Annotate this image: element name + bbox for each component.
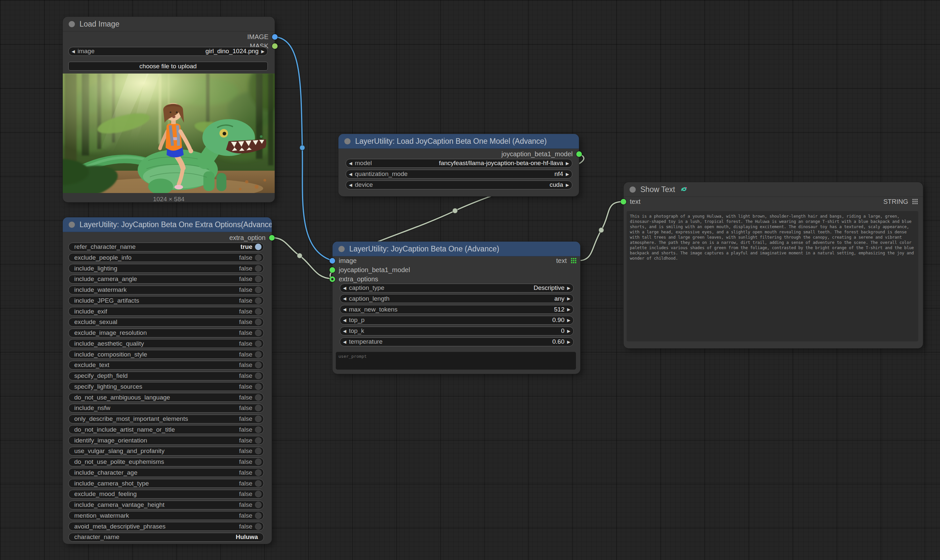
increment-arrow-icon[interactable]: ▶ <box>567 329 570 333</box>
widget-include_character_age[interactable]: include_character_agefalse <box>68 468 264 477</box>
widget-exclude_people_info[interactable]: exclude_people_infofalse <box>68 253 264 262</box>
widget-mention_watermark[interactable]: mention_watermarkfalse <box>68 511 264 520</box>
toggle-dot-icon[interactable] <box>255 415 262 422</box>
port-text-input[interactable]: text <box>620 197 641 206</box>
widget-caption_type[interactable]: ◀caption_typeDescriptive▶ <box>340 284 574 292</box>
toggle-dot-icon[interactable] <box>255 480 262 487</box>
text-input-dot-icon[interactable] <box>620 199 626 205</box>
widget-include_composition_style[interactable]: include_composition_stylefalse <box>68 350 264 359</box>
toggle-dot-icon[interactable] <box>255 394 262 401</box>
decrement-arrow-icon[interactable]: ◀ <box>343 296 346 301</box>
widget-exclude_mood_feeling[interactable]: exclude_mood_feelingfalse <box>68 490 264 498</box>
toggle-dot-icon[interactable] <box>255 372 262 379</box>
toggle-dot-icon[interactable] <box>255 469 262 476</box>
toggle-dot-icon[interactable] <box>255 448 262 454</box>
widget-temperature[interactable]: ◀temperature0.60▶ <box>340 337 574 346</box>
widget-include_JPEG_artifacts[interactable]: include_JPEG_artifactsfalse <box>68 296 264 305</box>
node-show-text[interactable]: Show Text text STRING This is a photogra… <box>624 182 923 348</box>
toggle-dot-icon[interactable] <box>255 405 262 411</box>
toggle-dot-icon[interactable] <box>255 297 262 304</box>
decrement-arrow-icon[interactable]: ◀ <box>349 183 352 187</box>
widget-do_not_use_ambiguous_language[interactable]: do_not_use_ambiguous_languagefalse <box>68 393 264 402</box>
widget-specify_depth_field[interactable]: specify_depth_fieldfalse <box>68 372 264 380</box>
widget-exclude_image_resolution[interactable]: exclude_image_resolutionfalse <box>68 329 264 337</box>
widget-specify_lighting_sources[interactable]: specify_lighting_sourcesfalse <box>68 382 264 391</box>
decrement-arrow-icon[interactable]: ◀ <box>349 172 352 176</box>
toggle-dot-icon[interactable] <box>255 243 262 250</box>
caption-output-textarea[interactable]: This is a photograph of a young Huluwa, … <box>627 211 918 342</box>
increment-arrow-icon[interactable]: ▶ <box>567 286 570 290</box>
node-collapse-dot[interactable] <box>630 186 636 193</box>
widget-max_new_tokens[interactable]: ◀max_new_tokens512▶ <box>340 305 574 314</box>
widget-do_not_include_artist_name_or_title[interactable]: do_not_include_artist_name_or_titlefalse <box>68 425 264 434</box>
increment-arrow-icon[interactable]: ▶ <box>566 161 569 165</box>
node-load-image[interactable]: Load Image IMAGE MASK ◀imagegirl_dino_10… <box>63 17 275 202</box>
widget-only_describe_most_important_elements[interactable]: only_describe_most_important_elementsfal… <box>68 415 264 423</box>
node-joycaption-extra-options[interactable]: LayerUtility: JoyCaption Beta One Extra … <box>63 217 272 544</box>
toggle-dot-icon[interactable] <box>255 437 262 444</box>
toggle-dot-icon[interactable] <box>255 265 262 272</box>
node-joycaption-advance[interactable]: LayerUtility: JoyCaption Beta One (Advan… <box>332 242 580 374</box>
toggle-dot-icon[interactable] <box>255 329 262 336</box>
decrement-arrow-icon[interactable]: ◀ <box>343 307 346 312</box>
toggle-dot-icon[interactable] <box>255 523 262 530</box>
widget-avoid_meta_descriptive_phrases[interactable]: avoid_meta_descriptive_phrasesfalse <box>68 522 264 531</box>
increment-arrow-icon[interactable]: ▶ <box>261 49 264 54</box>
widget-include_camera_angle[interactable]: include_camera_anglefalse <box>68 275 264 284</box>
increment-arrow-icon[interactable]: ▶ <box>567 307 570 312</box>
widget-include_exif[interactable]: include_exiffalse <box>68 307 264 316</box>
toggle-dot-icon[interactable] <box>255 491 262 497</box>
decrement-arrow-icon[interactable]: ◀ <box>72 49 75 54</box>
increment-arrow-icon[interactable]: ▶ <box>567 318 570 322</box>
toggle-dot-icon[interactable] <box>255 308 262 315</box>
toggle-dot-icon[interactable] <box>255 502 262 508</box>
widget-image-file[interactable]: ◀imagegirl_dino_1024.png▶ <box>68 47 268 56</box>
toggle-dot-icon[interactable] <box>255 254 262 261</box>
toggle-dot-icon[interactable] <box>255 319 262 325</box>
widget-include_lighting[interactable]: include_lightingfalse <box>68 264 264 273</box>
toggle-dot-icon[interactable] <box>255 458 262 465</box>
widget-do_not_use_polite_euphemisms[interactable]: do_not_use_polite_euphemismsfalse <box>68 458 264 466</box>
widget-refer_character_name[interactable]: refer_character_nametrue <box>68 243 264 251</box>
user-prompt-textarea[interactable]: user_prompt <box>336 352 576 369</box>
widget-model[interactable]: ◀modelfancyfeast/llama-joycaption-beta-o… <box>346 159 572 168</box>
widget-device[interactable]: ◀devicecuda▶ <box>346 180 572 189</box>
widget-include_watermark[interactable]: include_watermarkfalse <box>68 286 264 294</box>
toggle-dot-icon[interactable] <box>255 276 262 282</box>
choose-file-button[interactable]: choose file to upload <box>68 62 268 71</box>
string-output-grid-icon[interactable] <box>912 198 918 205</box>
widget-use_vulgar_slang_and_profanity[interactable]: use_vulgar_slang_and_profanityfalse <box>68 447 264 455</box>
toggle-dot-icon[interactable] <box>255 362 262 368</box>
widget-include_nsfw[interactable]: include_nsfwfalse <box>68 404 264 412</box>
decrement-arrow-icon[interactable]: ◀ <box>349 161 352 165</box>
widget-top_k[interactable]: ◀top_k0▶ <box>340 327 574 335</box>
widget-top_p[interactable]: ◀top_p0.90▶ <box>340 316 574 325</box>
increment-arrow-icon[interactable]: ▶ <box>567 340 570 344</box>
toggle-dot-icon[interactable] <box>255 351 262 358</box>
decrement-arrow-icon[interactable]: ◀ <box>343 329 346 333</box>
widget-caption_length[interactable]: ◀caption_lengthany▶ <box>340 294 574 303</box>
widget-quantization_mode[interactable]: ◀quantization_modenf4▶ <box>346 170 572 178</box>
node-title-bar[interactable]: Show Text <box>624 182 923 197</box>
toggle-dot-icon[interactable] <box>255 340 262 347</box>
increment-arrow-icon[interactable]: ▶ <box>566 172 569 176</box>
node-load-joycaption-model[interactable]: LayerUtility: Load JoyCaption Beta One M… <box>338 134 579 196</box>
decrement-arrow-icon[interactable]: ◀ <box>343 286 346 290</box>
node-graph-canvas[interactable]: Load Image IMAGE MASK ◀imagegirl_dino_10… <box>0 0 940 560</box>
widget-include_aesthetic_quality[interactable]: include_aesthetic_qualityfalse <box>68 339 264 348</box>
widget-exclude_text[interactable]: exclude_textfalse <box>68 361 264 369</box>
port-string-output[interactable]: STRING <box>883 197 918 206</box>
widget-character_name[interactable]: character_nameHuluwa <box>68 533 264 542</box>
decrement-arrow-icon[interactable]: ◀ <box>343 340 346 344</box>
toggle-dot-icon[interactable] <box>255 383 262 390</box>
toggle-dot-icon[interactable] <box>255 426 262 433</box>
widget-include_camera_shot_type[interactable]: include_camera_shot_typefalse <box>68 479 264 488</box>
toggle-dot-icon[interactable] <box>255 286 262 293</box>
toggle-dot-icon[interactable] <box>255 512 262 519</box>
widget-include_camera_vantage_height[interactable]: include_camera_vantage_heightfalse <box>68 501 264 509</box>
widget-exclude_sexual[interactable]: exclude_sexualfalse <box>68 318 264 327</box>
increment-arrow-icon[interactable]: ▶ <box>567 296 570 301</box>
widget-identify_image_orientation[interactable]: identify_image_orientationfalse <box>68 436 264 445</box>
increment-arrow-icon[interactable]: ▶ <box>566 183 569 187</box>
decrement-arrow-icon[interactable]: ◀ <box>343 318 346 322</box>
